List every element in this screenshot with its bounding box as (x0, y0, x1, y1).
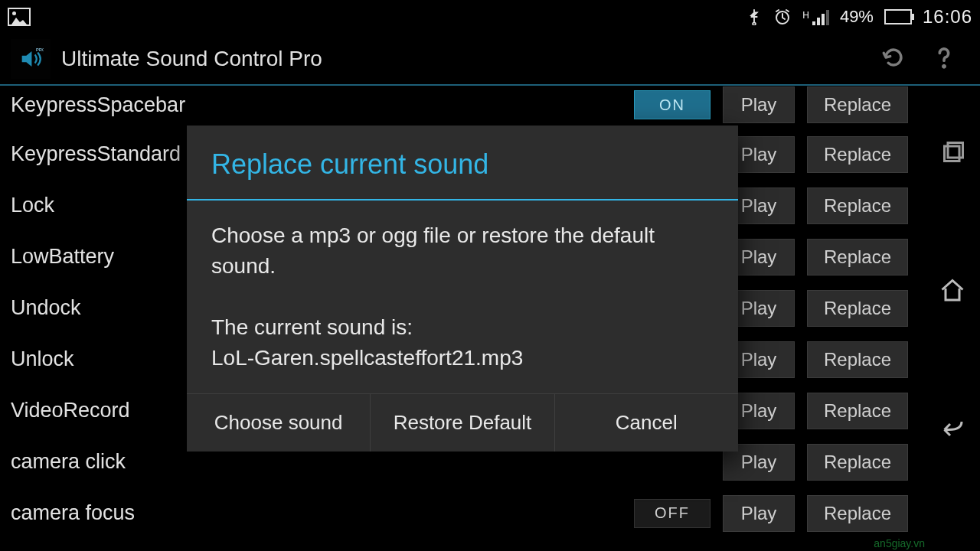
dialog-body: Choose a mp3 or ogg file or restore the … (187, 201, 738, 393)
cancel-button[interactable]: Cancel (555, 394, 738, 452)
dialog-current-label: The current sound is: (211, 312, 714, 343)
watermark: an5giay.vn (874, 537, 925, 549)
dialog-title: Replace current sound (187, 126, 738, 201)
dialog-instruction: Choose a mp3 or ogg file or restore the … (211, 220, 714, 282)
replace-sound-dialog: Replace current sound Choose a mp3 or og… (187, 126, 738, 452)
choose-sound-button[interactable]: Choose sound (187, 394, 371, 452)
dialog-current-file: LoL-Garen.spellcasteffort21.mp3 (211, 343, 714, 373)
restore-default-button[interactable]: Restore Default (371, 394, 554, 452)
dialog-button-row: Choose sound Restore Default Cancel (187, 393, 738, 452)
